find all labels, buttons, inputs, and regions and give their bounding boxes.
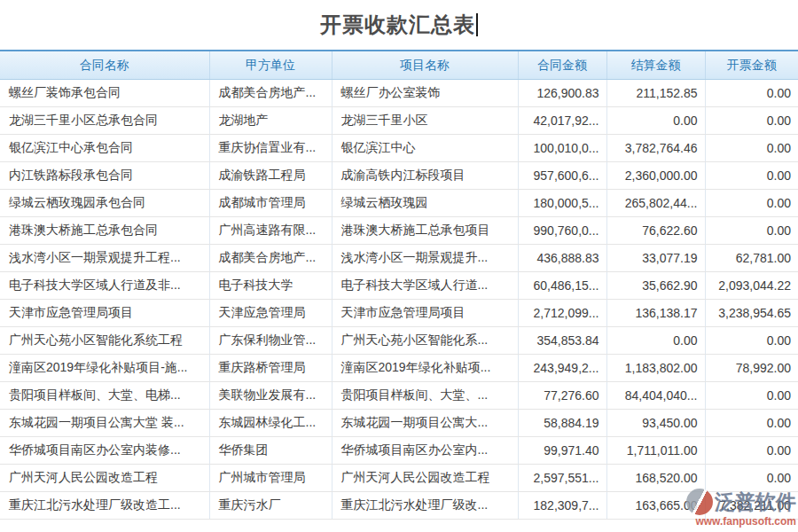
table-cell: 2,360,000.00 xyxy=(606,162,705,190)
table-cell: 重庆江北污水处理厂级改造工... xyxy=(0,492,209,520)
invoice-summary-table: 合同名称甲方单位项目名称合同金额结算金额开票金额 螺丝厂装饰承包合同成都美合房地… xyxy=(0,50,798,520)
table-cell: 东城花园一期项目公寓大堂 装... xyxy=(0,410,209,437)
table-cell: 港珠澳大桥施工总承包合同 xyxy=(0,217,209,245)
report-page: 开票收款汇总表 合同名称甲方单位项目名称合同金额结算金额开票金额 螺丝厂装饰承包… xyxy=(0,0,798,532)
table-cell: 重庆污水厂 xyxy=(209,492,332,520)
table-cell: 广州天河人民公园改造工程 xyxy=(332,465,518,492)
table-cell: 99,971.40 xyxy=(518,437,606,465)
table-cell: 电子科技大学区域人行道... xyxy=(332,272,518,300)
table-cell: 60,486,15... xyxy=(518,272,606,300)
table-cell: 华侨城项目南区办公室内装修... xyxy=(0,437,209,465)
column-header-6: 开票金额 xyxy=(705,51,798,80)
table-cell: 1,711,011.00 xyxy=(606,437,705,465)
table-cell: 电子科技大学 xyxy=(209,272,332,300)
table-cell: 168,520.00 xyxy=(606,465,705,492)
table-cell: 62,781.00 xyxy=(705,245,798,272)
table-cell: 0.00 xyxy=(705,135,798,162)
table-cell: 3,238,954.65 xyxy=(705,300,798,327)
table-cell: 436,888.83 xyxy=(518,245,606,272)
table-row: 东城花园一期项目公寓大堂 装...东城园林绿化工...东城花园一期项目公寓大..… xyxy=(0,410,798,437)
table-cell: 42,017,92... xyxy=(518,107,606,135)
column-header-2: 甲方单位 xyxy=(209,51,332,80)
table-cell: 243,949,2... xyxy=(518,355,606,382)
column-header-5: 结算金额 xyxy=(606,51,705,80)
table-row: 螺丝厂装饰承包合同成都美合房地产...螺丝厂办公室装饰126,900.83211… xyxy=(0,80,798,107)
table-cell: 绿城云栖玫瑰园承包合同 xyxy=(0,190,209,217)
table-row: 港珠澳大桥施工总承包合同广州高速路有限...港珠澳大桥施工总承包项目990,76… xyxy=(0,217,798,245)
table-cell: 35,662.90 xyxy=(606,272,705,300)
column-header-4: 合同金额 xyxy=(518,51,606,80)
table-cell: 0.00 xyxy=(705,217,798,245)
table-cell: 211,152.85 xyxy=(606,80,705,107)
table-cell: 成都美合房地产... xyxy=(209,245,332,272)
table-cell: 天津市应急管理局项目 xyxy=(332,300,518,327)
table-cell: 银亿滨江中心承包合同 xyxy=(0,135,209,162)
table-cell: 126,900.83 xyxy=(518,80,606,107)
table-row: 银亿滨江中心承包合同重庆协信置业有...银亿滨江中心100,010,0...3,… xyxy=(0,135,798,162)
table-cell: 成都城市管理局 xyxy=(209,190,332,217)
table-cell: 龙湖地产 xyxy=(209,107,332,135)
table-cell: 电子科技大学区域人行道及非... xyxy=(0,272,209,300)
table-cell: 0.00 xyxy=(606,327,705,355)
table-cell: 2,597,551... xyxy=(518,465,606,492)
table-cell: 136,138.17 xyxy=(606,300,705,327)
table-row: 内江铁路标段承包合同成渝铁路工程局成渝高铁内江标段项目957,600,6...2… xyxy=(0,162,798,190)
table-row: 重庆江北污水处理厂级改造工...重庆污水厂重庆江北污水处理厂级改...182,3… xyxy=(0,492,798,520)
table-cell: 螺丝厂装饰承包合同 xyxy=(0,80,209,107)
table-cell: 华侨集团 xyxy=(209,437,332,465)
table-cell: 天津应急管理局 xyxy=(209,300,332,327)
table-cell: 0.00 xyxy=(705,465,798,492)
table-cell: 163,665.00 xyxy=(606,492,705,520)
table-row: 贵阳项目样板间、大堂、电梯...美联物业发展有...贵阳项目样板间、大堂、...… xyxy=(0,382,798,410)
table-cell: 33,077.19 xyxy=(606,245,705,272)
table-row: 绿城云栖玫瑰园承包合同成都城市管理局绿城云栖玫瑰园180,000,5...265… xyxy=(0,190,798,217)
table-row: 天津市应急管理局项目天津应急管理局天津市应急管理局项目2,712,099...1… xyxy=(0,300,798,327)
table-cell: 螺丝厂办公室装饰 xyxy=(332,80,518,107)
table-cell: 重庆协信置业有... xyxy=(209,135,332,162)
table-cell: 广州天心苑小区智能化系统工程 xyxy=(0,327,209,355)
table-cell: 7,382,211.00 xyxy=(705,492,798,520)
table-cell: 77,276.60 xyxy=(518,382,606,410)
table-cell: 广东保利物业管... xyxy=(209,327,332,355)
table-cell: 潼南区2019年绿化补贴项... xyxy=(332,355,518,382)
table-row: 广州天心苑小区智能化系统工程广东保利物业管...广州天心苑小区智能化系...35… xyxy=(0,327,798,355)
table-cell: 美联物业发展有... xyxy=(209,382,332,410)
column-header-1: 合同名称 xyxy=(0,51,209,80)
table-cell: 990,760,0... xyxy=(518,217,606,245)
table-body: 螺丝厂装饰承包合同成都美合房地产...螺丝厂办公室装饰126,900.83211… xyxy=(0,80,798,520)
table-row: 华侨城项目南区办公室内装修...华侨集团华侨城项目南区办公室内...99,971… xyxy=(0,437,798,465)
table-cell: 0.00 xyxy=(705,162,798,190)
table-cell: 957,600,6... xyxy=(518,162,606,190)
table-cell: 成渝高铁内江标段项目 xyxy=(332,162,518,190)
table-row: 龙湖三千里小区总承包合同龙湖地产龙湖三千里小区42,017,92...0.000… xyxy=(0,107,798,135)
table-cell: 2,093,044.22 xyxy=(705,272,798,300)
table-cell: 重庆江北污水处理厂级改... xyxy=(332,492,518,520)
table-cell: 华侨城项目南区办公室内... xyxy=(332,437,518,465)
table-cell: 58,884.19 xyxy=(518,410,606,437)
table-cell: 182,309,7... xyxy=(518,492,606,520)
table-header-row: 合同名称甲方单位项目名称合同金额结算金额开票金额 xyxy=(0,51,798,80)
table-cell: 180,000,5... xyxy=(518,190,606,217)
table-cell: 重庆路桥管理局 xyxy=(209,355,332,382)
table-row: 浅水湾小区一期景观提升工程...成都美合房地产...浅水湾小区一期景观提升...… xyxy=(0,245,798,272)
table-row: 电子科技大学区域人行道及非...电子科技大学电子科技大学区域人行道...60,4… xyxy=(0,272,798,300)
table-row: 潼南区2019年绿化补贴项目-施...重庆路桥管理局潼南区2019年绿化补贴项.… xyxy=(0,355,798,382)
page-title[interactable]: 开票收款汇总表 xyxy=(320,11,475,39)
table-cell: 265,802,44... xyxy=(606,190,705,217)
table-cell: 0.00 xyxy=(705,80,798,107)
table-cell: 港珠澳大桥施工总承包项目 xyxy=(332,217,518,245)
table-cell: 浅水湾小区一期景观提升... xyxy=(332,245,518,272)
table-cell: 广州天河人民公园改造工程 xyxy=(0,465,209,492)
table-cell: 2,712,099... xyxy=(518,300,606,327)
table-cell: 354,853.84 xyxy=(518,327,606,355)
table-cell: 贵阳项目样板间、大堂、... xyxy=(332,382,518,410)
table-cell: 东城园林绿化工... xyxy=(209,410,332,437)
table-cell: 龙湖三千里小区总承包合同 xyxy=(0,107,209,135)
table-cell: 潼南区2019年绿化补贴项目-施... xyxy=(0,355,209,382)
table-cell: 76,622.60 xyxy=(606,217,705,245)
table-cell: 东城花园一期项目公寓大... xyxy=(332,410,518,437)
table-cell: 84,404,040... xyxy=(606,382,705,410)
table-row: 广州天河人民公园改造工程广州城市管理局广州天河人民公园改造工程2,597,551… xyxy=(0,465,798,492)
table-cell: 0.00 xyxy=(705,107,798,135)
table-cell: 内江铁路标段承包合同 xyxy=(0,162,209,190)
